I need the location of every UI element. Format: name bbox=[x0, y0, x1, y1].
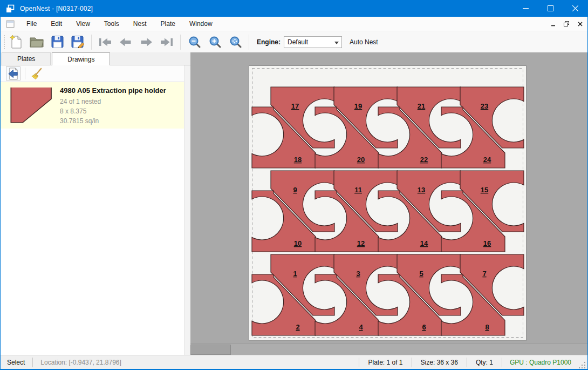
part-number-label: 21 bbox=[418, 102, 425, 110]
broom-icon bbox=[31, 68, 43, 80]
drawing-list-item[interactable]: 4980 A05 Extraction pipe holder 24 of 1 … bbox=[1, 82, 184, 129]
previous-button[interactable] bbox=[116, 33, 135, 51]
clear-drawings-button[interactable] bbox=[30, 66, 44, 80]
drawing-size: 8 x 8.375 bbox=[60, 106, 166, 116]
main-toolbar: Engine: Default Auto Nest bbox=[1, 31, 587, 52]
menu-item-file[interactable]: File bbox=[19, 17, 44, 31]
engine-value: Default bbox=[288, 38, 308, 46]
drawing-title: 4980 A05 Extraction pipe holder bbox=[60, 86, 166, 95]
part-number-label: 2 bbox=[296, 323, 299, 331]
part-number-label: 3 bbox=[356, 270, 360, 278]
tab-plates[interactable]: Plates bbox=[2, 52, 51, 65]
drawing-area: 30.7815 sq/in bbox=[60, 116, 166, 126]
part-number-label: 8 bbox=[485, 323, 489, 331]
part-number-label: 6 bbox=[422, 323, 426, 331]
mdi-minimize-button[interactable] bbox=[547, 18, 559, 30]
part-number-label: 23 bbox=[481, 102, 488, 110]
next-arrow-icon bbox=[139, 37, 153, 48]
part-number-label: 20 bbox=[357, 156, 365, 164]
status-location: Location: [-0.9437, 21.8796] bbox=[33, 359, 128, 366]
save-as-icon bbox=[71, 36, 84, 48]
engine-label: Engine: bbox=[257, 38, 281, 46]
menu-item-window[interactable]: Window bbox=[182, 17, 220, 31]
previous-arrow-icon bbox=[119, 37, 133, 48]
minimize-icon bbox=[523, 5, 529, 11]
new-button[interactable] bbox=[6, 33, 26, 51]
last-arrow-icon bbox=[159, 37, 174, 48]
zoom-out-button[interactable] bbox=[184, 33, 204, 51]
nesting-canvas[interactable]: 171819202122232491011121314151612345678 bbox=[190, 52, 587, 355]
part-number-label: 12 bbox=[357, 239, 365, 247]
drawing-thumbnail bbox=[10, 88, 52, 123]
first-arrow-icon bbox=[98, 37, 113, 48]
part-number-label: 4 bbox=[359, 323, 363, 331]
panel-scrollbar[interactable] bbox=[184, 65, 190, 355]
save-icon bbox=[51, 36, 64, 48]
toolbar-separator bbox=[249, 35, 249, 50]
mdi-minimize-icon bbox=[551, 22, 556, 26]
window-title: OpenNest - [N0317-002] bbox=[20, 5, 93, 12]
engine-select[interactable]: Default bbox=[284, 36, 342, 48]
panel-tools-separator bbox=[25, 68, 25, 79]
part-number-label: 7 bbox=[482, 270, 486, 278]
part-number-label: 19 bbox=[354, 102, 362, 110]
part-number-label: 11 bbox=[354, 186, 362, 194]
document-window-icon bbox=[6, 20, 15, 28]
mdi-restore-icon bbox=[564, 21, 569, 26]
app-window: OpenNest - [N0317-002] FileEditViewTools… bbox=[0, 0, 588, 370]
zoom-fit-button[interactable] bbox=[225, 33, 245, 51]
new-document-icon bbox=[10, 35, 23, 49]
part-number-label: 22 bbox=[420, 156, 428, 164]
zoom-out-icon bbox=[188, 36, 201, 48]
toolbar-separator bbox=[180, 35, 181, 50]
save-button[interactable] bbox=[47, 33, 67, 51]
save-as-button[interactable] bbox=[68, 33, 87, 51]
maximize-button[interactable] bbox=[538, 0, 563, 17]
status-plate: Plate: 1 of 1 bbox=[359, 359, 411, 366]
close-icon bbox=[572, 5, 578, 11]
part-number-label: 18 bbox=[294, 156, 302, 164]
status-bar: Select Location: [-0.9437, 21.8796] Plat… bbox=[1, 355, 587, 369]
first-button[interactable] bbox=[95, 33, 115, 51]
menu-item-nest[interactable]: Nest bbox=[126, 17, 154, 31]
next-button[interactable] bbox=[136, 33, 156, 51]
zoom-fit-icon bbox=[229, 36, 242, 48]
tab-drawings[interactable]: Drawings bbox=[52, 52, 110, 65]
toolbar-grip[interactable] bbox=[3, 35, 6, 49]
app-icon bbox=[6, 4, 15, 13]
part-number-label: 24 bbox=[483, 156, 491, 164]
import-drawing-icon bbox=[7, 68, 19, 80]
part-number-label: 15 bbox=[481, 186, 488, 194]
open-button[interactable] bbox=[27, 33, 46, 51]
chevron-down-icon bbox=[334, 42, 339, 44]
menu-items: FileEditViewToolsNestPlateWindow bbox=[19, 17, 220, 31]
status-gpu: GPU : Quadro P1000 bbox=[502, 359, 579, 366]
mdi-close-button[interactable] bbox=[574, 18, 586, 30]
maximize-icon bbox=[548, 5, 553, 11]
menu-item-view[interactable]: View bbox=[69, 17, 97, 31]
canvas-hscrollbar[interactable] bbox=[190, 344, 587, 355]
drawings-toolbar bbox=[1, 65, 190, 82]
panel-tabs: Plates Drawings bbox=[1, 52, 190, 65]
close-button[interactable] bbox=[563, 0, 587, 17]
part-number-label: 5 bbox=[419, 270, 423, 278]
zoom-in-icon bbox=[209, 36, 221, 48]
import-drawing-button[interactable] bbox=[6, 66, 20, 80]
mdi-restore-button[interactable] bbox=[560, 18, 572, 30]
zoom-in-button[interactable] bbox=[205, 33, 224, 51]
menu-item-edit[interactable]: Edit bbox=[44, 17, 69, 31]
last-button[interactable] bbox=[157, 33, 176, 51]
minimize-button[interactable] bbox=[513, 0, 538, 17]
side-panel: Plates Drawings bbox=[1, 52, 190, 355]
part-number-label: 1 bbox=[293, 270, 297, 278]
status-qty: Qty: 1 bbox=[467, 359, 502, 366]
canvas-hscroll-thumb[interactable] bbox=[190, 345, 231, 355]
plate: 171819202122232491011121314151612345678 bbox=[249, 65, 527, 341]
resize-grip[interactable] bbox=[579, 361, 586, 368]
menu-item-tools[interactable]: Tools bbox=[97, 17, 126, 31]
menu-item-plate[interactable]: Plate bbox=[154, 17, 182, 31]
part-number-label: 16 bbox=[483, 239, 491, 247]
auto-nest-label[interactable]: Auto Nest bbox=[350, 38, 378, 46]
part-number-label: 14 bbox=[420, 239, 428, 247]
mdi-close-icon bbox=[578, 22, 583, 26]
